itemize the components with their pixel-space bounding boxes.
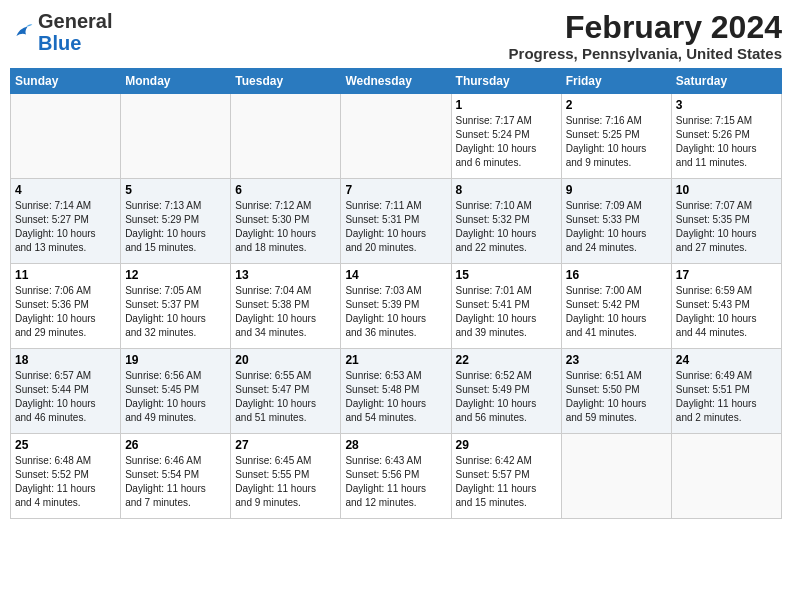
day-number: 7	[345, 183, 446, 197]
day-info: Sunrise: 7:10 AMSunset: 5:32 PMDaylight:…	[456, 199, 557, 255]
header-day-tuesday: Tuesday	[231, 69, 341, 94]
title-block: February 2024 Progress, Pennsylvania, Un…	[509, 10, 782, 62]
calendar-cell	[231, 94, 341, 179]
header-day-wednesday: Wednesday	[341, 69, 451, 94]
day-info: Sunrise: 7:14 AMSunset: 5:27 PMDaylight:…	[15, 199, 116, 255]
day-info: Sunrise: 7:15 AMSunset: 5:26 PMDaylight:…	[676, 114, 777, 170]
day-number: 29	[456, 438, 557, 452]
day-info: Sunrise: 6:46 AMSunset: 5:54 PMDaylight:…	[125, 454, 226, 510]
header-day-saturday: Saturday	[671, 69, 781, 94]
calendar-cell: 25Sunrise: 6:48 AMSunset: 5:52 PMDayligh…	[11, 434, 121, 519]
calendar-cell: 9Sunrise: 7:09 AMSunset: 5:33 PMDaylight…	[561, 179, 671, 264]
calendar-cell: 7Sunrise: 7:11 AMSunset: 5:31 PMDaylight…	[341, 179, 451, 264]
day-info: Sunrise: 7:17 AMSunset: 5:24 PMDaylight:…	[456, 114, 557, 170]
day-number: 25	[15, 438, 116, 452]
day-info: Sunrise: 6:45 AMSunset: 5:55 PMDaylight:…	[235, 454, 336, 510]
day-number: 9	[566, 183, 667, 197]
day-info: Sunrise: 6:56 AMSunset: 5:45 PMDaylight:…	[125, 369, 226, 425]
calendar-cell: 10Sunrise: 7:07 AMSunset: 5:35 PMDayligh…	[671, 179, 781, 264]
calendar-cell: 14Sunrise: 7:03 AMSunset: 5:39 PMDayligh…	[341, 264, 451, 349]
header-row: SundayMondayTuesdayWednesdayThursdayFrid…	[11, 69, 782, 94]
calendar-cell: 22Sunrise: 6:52 AMSunset: 5:49 PMDayligh…	[451, 349, 561, 434]
day-number: 15	[456, 268, 557, 282]
calendar-cell: 26Sunrise: 6:46 AMSunset: 5:54 PMDayligh…	[121, 434, 231, 519]
day-number: 5	[125, 183, 226, 197]
calendar-cell	[11, 94, 121, 179]
day-number: 20	[235, 353, 336, 367]
week-row-5: 25Sunrise: 6:48 AMSunset: 5:52 PMDayligh…	[11, 434, 782, 519]
day-info: Sunrise: 6:55 AMSunset: 5:47 PMDaylight:…	[235, 369, 336, 425]
calendar-cell	[121, 94, 231, 179]
calendar-cell: 5Sunrise: 7:13 AMSunset: 5:29 PMDaylight…	[121, 179, 231, 264]
day-info: Sunrise: 6:43 AMSunset: 5:56 PMDaylight:…	[345, 454, 446, 510]
calendar-cell: 6Sunrise: 7:12 AMSunset: 5:30 PMDaylight…	[231, 179, 341, 264]
week-row-3: 11Sunrise: 7:06 AMSunset: 5:36 PMDayligh…	[11, 264, 782, 349]
day-number: 18	[15, 353, 116, 367]
day-number: 21	[345, 353, 446, 367]
week-row-1: 1Sunrise: 7:17 AMSunset: 5:24 PMDaylight…	[11, 94, 782, 179]
calendar-cell: 29Sunrise: 6:42 AMSunset: 5:57 PMDayligh…	[451, 434, 561, 519]
day-info: Sunrise: 7:04 AMSunset: 5:38 PMDaylight:…	[235, 284, 336, 340]
day-info: Sunrise: 7:09 AMSunset: 5:33 PMDaylight:…	[566, 199, 667, 255]
day-number: 13	[235, 268, 336, 282]
header-day-monday: Monday	[121, 69, 231, 94]
day-info: Sunrise: 6:42 AMSunset: 5:57 PMDaylight:…	[456, 454, 557, 510]
day-number: 1	[456, 98, 557, 112]
logo-bird-icon	[10, 20, 34, 44]
week-row-2: 4Sunrise: 7:14 AMSunset: 5:27 PMDaylight…	[11, 179, 782, 264]
calendar-body: 1Sunrise: 7:17 AMSunset: 5:24 PMDaylight…	[11, 94, 782, 519]
header-day-thursday: Thursday	[451, 69, 561, 94]
calendar-cell: 11Sunrise: 7:06 AMSunset: 5:36 PMDayligh…	[11, 264, 121, 349]
calendar-cell: 19Sunrise: 6:56 AMSunset: 5:45 PMDayligh…	[121, 349, 231, 434]
day-number: 17	[676, 268, 777, 282]
day-number: 22	[456, 353, 557, 367]
day-number: 26	[125, 438, 226, 452]
day-number: 4	[15, 183, 116, 197]
day-info: Sunrise: 6:48 AMSunset: 5:52 PMDaylight:…	[15, 454, 116, 510]
calendar-cell: 27Sunrise: 6:45 AMSunset: 5:55 PMDayligh…	[231, 434, 341, 519]
calendar-cell: 13Sunrise: 7:04 AMSunset: 5:38 PMDayligh…	[231, 264, 341, 349]
day-info: Sunrise: 7:07 AMSunset: 5:35 PMDaylight:…	[676, 199, 777, 255]
day-info: Sunrise: 7:01 AMSunset: 5:41 PMDaylight:…	[456, 284, 557, 340]
calendar-cell: 16Sunrise: 7:00 AMSunset: 5:42 PMDayligh…	[561, 264, 671, 349]
calendar-cell: 4Sunrise: 7:14 AMSunset: 5:27 PMDaylight…	[11, 179, 121, 264]
logo: General Blue	[10, 10, 112, 54]
calendar-cell: 8Sunrise: 7:10 AMSunset: 5:32 PMDaylight…	[451, 179, 561, 264]
week-row-4: 18Sunrise: 6:57 AMSunset: 5:44 PMDayligh…	[11, 349, 782, 434]
page-title: February 2024	[509, 10, 782, 45]
day-number: 3	[676, 98, 777, 112]
day-number: 8	[456, 183, 557, 197]
calendar-cell: 18Sunrise: 6:57 AMSunset: 5:44 PMDayligh…	[11, 349, 121, 434]
calendar-cell: 28Sunrise: 6:43 AMSunset: 5:56 PMDayligh…	[341, 434, 451, 519]
day-number: 14	[345, 268, 446, 282]
page-subtitle: Progress, Pennsylvania, United States	[509, 45, 782, 62]
calendar-cell: 15Sunrise: 7:01 AMSunset: 5:41 PMDayligh…	[451, 264, 561, 349]
calendar-cell: 23Sunrise: 6:51 AMSunset: 5:50 PMDayligh…	[561, 349, 671, 434]
day-number: 27	[235, 438, 336, 452]
calendar-header: SundayMondayTuesdayWednesdayThursdayFrid…	[11, 69, 782, 94]
calendar-cell: 20Sunrise: 6:55 AMSunset: 5:47 PMDayligh…	[231, 349, 341, 434]
calendar-cell	[671, 434, 781, 519]
calendar-cell: 21Sunrise: 6:53 AMSunset: 5:48 PMDayligh…	[341, 349, 451, 434]
calendar-cell: 1Sunrise: 7:17 AMSunset: 5:24 PMDaylight…	[451, 94, 561, 179]
day-info: Sunrise: 6:59 AMSunset: 5:43 PMDaylight:…	[676, 284, 777, 340]
day-number: 19	[125, 353, 226, 367]
calendar-cell	[561, 434, 671, 519]
calendar-cell: 12Sunrise: 7:05 AMSunset: 5:37 PMDayligh…	[121, 264, 231, 349]
calendar-cell: 3Sunrise: 7:15 AMSunset: 5:26 PMDaylight…	[671, 94, 781, 179]
day-number: 24	[676, 353, 777, 367]
day-info: Sunrise: 7:06 AMSunset: 5:36 PMDaylight:…	[15, 284, 116, 340]
day-number: 6	[235, 183, 336, 197]
day-info: Sunrise: 6:52 AMSunset: 5:49 PMDaylight:…	[456, 369, 557, 425]
day-info: Sunrise: 6:49 AMSunset: 5:51 PMDaylight:…	[676, 369, 777, 425]
calendar-table: SundayMondayTuesdayWednesdayThursdayFrid…	[10, 68, 782, 519]
day-number: 2	[566, 98, 667, 112]
day-number: 10	[676, 183, 777, 197]
page-header: General Blue February 2024 Progress, Pen…	[10, 10, 782, 62]
logo-text: General Blue	[38, 10, 112, 54]
day-info: Sunrise: 7:05 AMSunset: 5:37 PMDaylight:…	[125, 284, 226, 340]
calendar-cell: 2Sunrise: 7:16 AMSunset: 5:25 PMDaylight…	[561, 94, 671, 179]
day-number: 11	[15, 268, 116, 282]
header-day-sunday: Sunday	[11, 69, 121, 94]
calendar-cell: 24Sunrise: 6:49 AMSunset: 5:51 PMDayligh…	[671, 349, 781, 434]
